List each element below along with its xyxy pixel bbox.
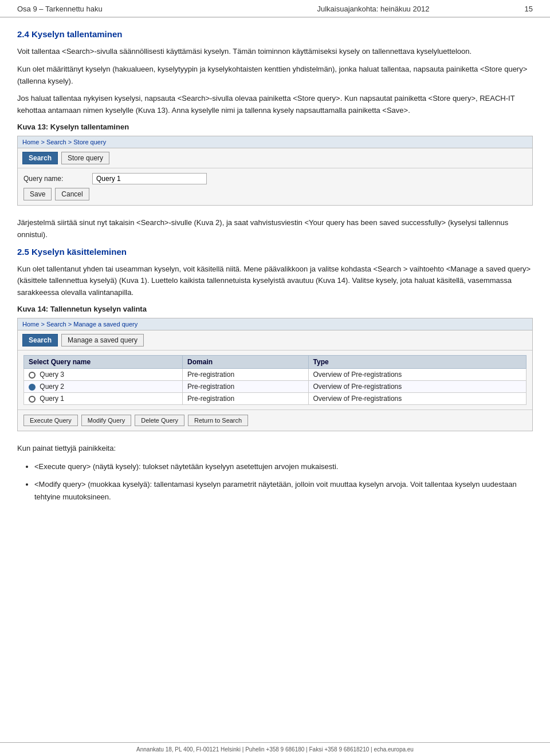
figure-13-box: Home > Search > Store query Search Store…	[17, 136, 533, 206]
section-24-para1: Voit tallentaa <Search>-sivulla säännöll…	[17, 46, 533, 58]
figure-13-breadcrumb: Home > Search > Store query	[18, 136, 532, 148]
bullet-modify: <Modify query> (muokkaa kyselyä): tallen…	[34, 478, 533, 503]
section-24: 2.4 Kyselyn tallentaminen Voit tallentaa…	[17, 29, 533, 117]
table-cell-domain: Pre-registration	[183, 380, 308, 392]
figure-14-table: Select Query name Domain Type Query 3Pre…	[23, 355, 527, 405]
figure-14-caption: Kuva 14: Tallennetun kyselyn valinta	[17, 305, 533, 313]
radio-icon[interactable]	[29, 396, 36, 403]
figure-14-action-btns: Execute Query Modify Query Delete Query …	[18, 410, 532, 431]
table-cell-type: Overview of Pre-registrations	[308, 380, 526, 392]
publication-date: Julkaisuajankohta: heinäkuu 2012 15	[317, 5, 533, 13]
table-row: Query 1Pre-registrationOverview of Pre-r…	[24, 392, 527, 404]
radio-icon[interactable]	[29, 372, 36, 379]
figure-14-btnbar: Search Manage a saved query	[18, 330, 532, 351]
figure-13-save-button[interactable]: Save	[23, 188, 52, 200]
chapter-title: Osa 9 – Tarkennettu haku	[17, 5, 103, 13]
col-domain: Domain	[183, 355, 308, 368]
figure-13-search-button[interactable]: Search	[22, 152, 58, 164]
execute-query-button[interactable]: Execute Query	[23, 415, 78, 426]
bullet-list: <Execute query> (näytä kysely): tulokset…	[34, 460, 533, 503]
table-cell-radio[interactable]: Query 1	[24, 392, 183, 404]
figure-13-action-btns: Save Cancel	[23, 188, 527, 200]
section-24-para2: Kun olet määrittänyt kyselyn (hakualueen…	[17, 64, 533, 88]
return-to-search-button[interactable]: Return to Search	[188, 415, 248, 426]
figure-13-section: Kuva 13: Kyselyn tallentaminen Home > Se…	[17, 123, 533, 206]
col-type: Type	[308, 355, 526, 368]
modify-query-button[interactable]: Modify Query	[81, 415, 131, 426]
figure-13-query-label: Query name:	[23, 175, 92, 183]
table-cell-radio[interactable]: Query 3	[24, 368, 183, 380]
figure-13-cancel-button[interactable]: Cancel	[55, 188, 89, 200]
figure-13-caption: Kuva 13: Kyselyn tallentaminen	[17, 123, 533, 131]
table-cell-type: Overview of Pre-registrations	[308, 392, 526, 404]
figure-13-query-name-row: Query name:	[23, 173, 527, 184]
table-row: Query 2Pre-registrationOverview of Pre-r…	[24, 380, 527, 392]
table-cell-type: Overview of Pre-registrations	[308, 368, 526, 380]
page-number: 15	[525, 5, 533, 13]
figure-14-table-area: Select Query name Domain Type Query 3Pre…	[18, 351, 532, 410]
table-row: Query 3Pre-registrationOverview of Pre-r…	[24, 368, 527, 380]
table-cell-domain: Pre-registration	[183, 392, 308, 404]
figure-14-box: Home > Search > Manage a saved query Sea…	[17, 318, 533, 431]
figure-14-section: Kuva 14: Tallennetun kyselyn valinta Hom…	[17, 305, 533, 431]
section-25: 2.5 Kyselyn käsitteleminen Kun olet tall…	[17, 247, 533, 299]
figure-14-breadcrumb: Home > Search > Manage a saved query	[18, 318, 532, 330]
main-content: 2.4 Kyselyn tallentaminen Voit tallentaa…	[0, 18, 550, 522]
section-24-para3: Jos haluat tallentaa nykyisen kyselysi, …	[17, 93, 533, 117]
para-after-fig13: Järjestelmä siirtää sinut nyt takaisin <…	[17, 217, 533, 241]
page-footer: Annankatu 18, PL 400, FI-00121 Helsinki …	[0, 742, 550, 756]
section-24-heading: 2.4 Kyselyn tallentaminen	[17, 29, 533, 39]
figure-14-manage-button[interactable]: Manage a saved query	[61, 334, 144, 346]
col-select-query: Select Query name	[24, 355, 183, 368]
para-buttons-intro: Kun painat tiettyjä painikkeita:	[17, 443, 533, 455]
figure-13-btnbar: Search Store query	[18, 148, 532, 168]
figure-13-query-input[interactable]	[92, 173, 207, 184]
figure-14-search-button[interactable]: Search	[22, 334, 58, 346]
section-25-heading: 2.5 Kyselyn käsitteleminen	[17, 247, 533, 257]
bullet-execute: <Execute query> (näytä kysely): tulokset…	[34, 460, 533, 472]
table-cell-domain: Pre-registration	[183, 368, 308, 380]
delete-query-button[interactable]: Delete Query	[135, 415, 184, 426]
section-25-para1: Kun olet tallentanut yhden tai useamman …	[17, 263, 533, 299]
radio-icon[interactable]	[29, 384, 36, 391]
table-header-row: Select Query name Domain Type	[24, 355, 527, 368]
table-cell-radio[interactable]: Query 2	[24, 380, 183, 392]
figure-13-form-area: Query name: Save Cancel	[18, 168, 532, 205]
figure-13-store-button[interactable]: Store query	[61, 152, 109, 164]
page-header: Osa 9 – Tarkennettu haku Julkaisuajankoh…	[0, 0, 550, 18]
footer-text: Annankatu 18, PL 400, FI-00121 Helsinki …	[136, 746, 414, 753]
